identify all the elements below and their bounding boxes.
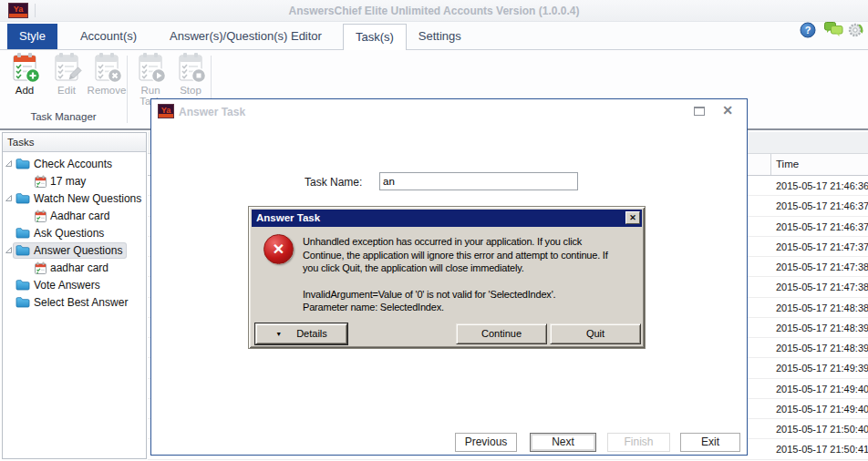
tab-accounts[interactable]: Account(s): [68, 24, 149, 49]
tasks-tree: Check Accounts 17 may: [3, 152, 146, 311]
stop-task-button: Stop: [171, 52, 210, 96]
error-message-line: Continue, the application will ignore th…: [303, 249, 608, 262]
task-name-label: Task Name:: [305, 176, 362, 189]
tree-item-select-best-answer[interactable]: Select Best Answer: [3, 293, 146, 311]
next-button[interactable]: Next: [530, 433, 596, 452]
window-titlebar: Ya AnswersChief Elite Unlimited Accounts…: [0, 0, 868, 22]
task-icon: [35, 210, 46, 222]
application-window: Ya AnswersChief Elite Unlimited Accounts…: [0, 0, 868, 461]
error-close-icon[interactable]: ✕: [625, 211, 640, 224]
expander-icon[interactable]: [3, 194, 14, 202]
tab-settings[interactable]: Settings: [407, 24, 473, 49]
tree-item-check-accounts[interactable]: Check Accounts: [3, 155, 146, 172]
tree-item-label: Check Accounts: [34, 158, 112, 170]
svg-text:?: ?: [805, 25, 811, 36]
tab-answer-question-editor[interactable]: Answer(s)/Question(s) Editor: [158, 24, 334, 49]
ribbon-separator: [127, 56, 128, 123]
folder-icon: [16, 227, 30, 239]
ribbon-group-label: Task Manager: [0, 111, 127, 122]
folder-icon: [16, 296, 30, 308]
tree-item-label: Answer Questions: [34, 244, 122, 257]
tree-item-ask-questions[interactable]: Ask Questions: [3, 224, 146, 241]
ribbon-tabbar: Style Account(s) Answer(s)/Question(s) E…: [0, 22, 868, 50]
remove-task-button: Remove: [84, 52, 129, 96]
error-dialog-titlebar: Answer Task ✕: [252, 210, 642, 227]
tree-item-vote-answers[interactable]: Vote Answers: [3, 276, 146, 293]
tab-tasks[interactable]: Task(s): [343, 24, 407, 50]
tree-item-label: Ask Questions: [34, 227, 104, 240]
tree-item-watch-new-questions[interactable]: Watch New Questions: [3, 190, 146, 207]
error-message-line: Parameter name: SelectedIndex.: [303, 301, 608, 314]
close-icon[interactable]: ✕: [722, 103, 733, 118]
tree-item-aadhar-card-2[interactable]: aadhar card: [3, 259, 146, 276]
folder-icon: [16, 279, 30, 291]
expander-icon[interactable]: [3, 246, 14, 254]
task-icon: [35, 261, 46, 274]
folder-icon: [16, 192, 30, 204]
tree-item-label: 17 may: [50, 175, 86, 188]
folder-icon: [16, 158, 30, 169]
refresh-gear-icon[interactable]: [847, 22, 865, 38]
tree-item-answer-questions[interactable]: Answer Questions: [3, 241, 146, 259]
task-name-input[interactable]: [379, 172, 578, 190]
tree-item-label: Aadhar card: [50, 210, 109, 222]
tree-item-aadhar-card[interactable]: Aadhar card: [3, 207, 146, 224]
details-button[interactable]: ▼Details: [255, 323, 347, 344]
error-message: Unhandled exception has occurred in your…: [303, 235, 608, 314]
error-dialog: Answer Task ✕ ✕ Unhandled exception has …: [248, 206, 646, 349]
quit-button[interactable]: Quit: [550, 323, 641, 344]
help-icon[interactable]: ?: [800, 22, 818, 38]
error-message-line: you click Quit, the application will clo…: [303, 261, 608, 275]
exit-button[interactable]: Exit: [680, 433, 740, 452]
edit-task-button: Edit: [47, 52, 86, 96]
edit-task-label: Edit: [47, 85, 86, 96]
add-task-label: Add: [4, 85, 46, 96]
run-task-icon: [135, 52, 166, 83]
error-dialog-title: Answer Task: [256, 212, 320, 223]
remove-task-label: Remove: [84, 85, 129, 96]
stop-task-label: Stop: [171, 85, 210, 96]
tree-item-label: Vote Answers: [34, 279, 100, 292]
tasks-panel-title: Tasks: [3, 133, 146, 152]
tree-item-label: Select Best Answer: [34, 296, 128, 309]
dialog-app-icon: Ya: [158, 104, 174, 118]
tree-item-label: aadhar card: [50, 261, 108, 274]
expander-icon[interactable]: [3, 159, 14, 168]
add-task-button[interactable]: Add: [4, 52, 46, 96]
previous-button[interactable]: Previous: [455, 433, 517, 452]
dialog-title: Answer Task: [179, 106, 245, 118]
error-message-line: Unhandled exception has occurred in your…: [303, 235, 608, 249]
column-divider: [770, 154, 771, 175]
error-icon: ✕: [264, 234, 294, 264]
continue-button[interactable]: Continue: [456, 323, 547, 344]
stop-task-icon: [175, 52, 206, 83]
tree-item-17-may[interactable]: 17 may: [3, 172, 146, 190]
tree-item-label: Watch New Questions: [34, 192, 141, 205]
dialog-titlebar: Ya Answer Task ✕: [151, 99, 747, 123]
time-column-header[interactable]: Time: [776, 159, 799, 169]
tasks-panel: Tasks Check Accounts: [2, 132, 147, 459]
remove-task-icon: [91, 52, 122, 83]
window-title: AnswersChief Elite Unlimited Accounts Ve…: [0, 5, 868, 17]
tab-style[interactable]: Style: [7, 24, 57, 49]
details-button-label: Details: [296, 328, 327, 339]
finish-button: Finish: [607, 433, 670, 452]
error-message-line: InvalidArgument=Value of '0' is not vali…: [303, 288, 608, 302]
add-task-icon: [9, 52, 40, 83]
details-arrow-icon: ▼: [275, 331, 282, 337]
chat-icon[interactable]: [824, 22, 842, 38]
edit-task-icon: [51, 52, 82, 83]
maximize-icon[interactable]: [694, 107, 705, 116]
task-icon: [35, 175, 46, 188]
folder-icon: [16, 244, 30, 256]
